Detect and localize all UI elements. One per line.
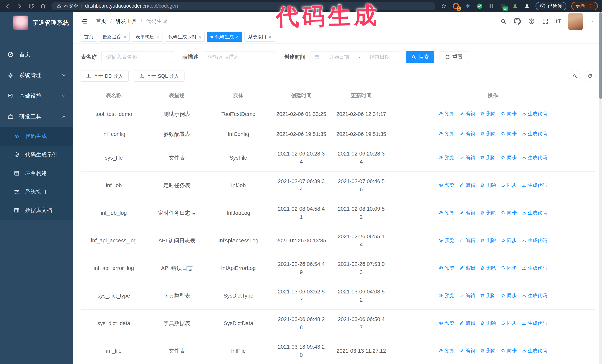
browser-update-chip[interactable]: 更新: [571, 2, 598, 10]
font-size-icon[interactable]: tT: [556, 18, 561, 24]
generate-code-link[interactable]: 生成代码: [521, 236, 547, 244]
close-icon[interactable]: ×: [269, 34, 271, 39]
generate-code-link[interactable]: 生成代码: [521, 291, 547, 300]
delete-link[interactable]: 删除: [480, 154, 496, 162]
sync-link[interactable]: 同步: [501, 319, 516, 327]
close-icon[interactable]: ×: [198, 34, 201, 39]
date-range-picker[interactable]: 开始日期 - 结束日期: [310, 51, 400, 63]
profile-sync-paused-chip[interactable]: 😲 已暂停: [536, 2, 566, 10]
edit-link[interactable]: 编辑: [459, 236, 475, 244]
browser-back-icon[interactable]: [4, 3, 11, 10]
sidebar-item-system-api[interactable]: 系统接口: [0, 183, 73, 201]
extension-check-icon[interactable]: [476, 2, 483, 10]
address-bar[interactable]: 不安全 dashboard.yudao.iocoder.cn/tool/code…: [52, 2, 435, 10]
browser-reload-icon[interactable]: [28, 3, 35, 10]
edit-link[interactable]: 编辑: [459, 291, 475, 300]
security-warning[interactable]: 不安全: [56, 3, 78, 9]
sync-link[interactable]: 同步: [501, 347, 516, 355]
edit-link[interactable]: 编辑: [459, 181, 475, 189]
sidebar-item-codegen[interactable]: 代码生成: [0, 127, 73, 146]
delete-link[interactable]: 删除: [480, 291, 496, 300]
delete-link[interactable]: 删除: [480, 209, 496, 217]
delete-link[interactable]: 删除: [480, 236, 496, 244]
edit-link[interactable]: 编辑: [459, 347, 475, 355]
breadcrumb-devtools[interactable]: 研发工具: [115, 18, 137, 25]
table-name-input[interactable]: [101, 51, 174, 63]
date-end-placeholder[interactable]: 结束日期: [363, 54, 396, 60]
extension-gem-icon[interactable]: [464, 2, 472, 10]
sidebar-logo[interactable]: 芋道管理系统: [0, 12, 73, 33]
generate-code-link[interactable]: 生成代码: [521, 181, 547, 189]
scrollbar-thumb[interactable]: [599, 12, 602, 99]
delete-link[interactable]: 删除: [480, 181, 496, 189]
preview-link[interactable]: 预览: [439, 181, 454, 189]
sync-link[interactable]: 同步: [501, 236, 516, 244]
sidebar-item-db-doc[interactable]: 数据库文档: [0, 201, 73, 219]
browser-home-icon[interactable]: [40, 3, 47, 10]
sync-link[interactable]: 同步: [501, 291, 516, 300]
generate-code-link[interactable]: 生成代码: [521, 347, 547, 355]
help-icon[interactable]: [528, 18, 535, 25]
search-button[interactable]: 搜索: [406, 51, 434, 63]
close-icon[interactable]: ×: [123, 34, 126, 39]
import-sql-button[interactable]: 基于 SQL 导入: [134, 71, 184, 82]
user-avatar[interactable]: [568, 13, 583, 30]
preview-link[interactable]: 预览: [439, 110, 454, 118]
fullscreen-icon[interactable]: [542, 18, 549, 25]
sync-link[interactable]: 同步: [501, 110, 516, 118]
sync-link[interactable]: 同步: [501, 130, 516, 138]
edit-link[interactable]: 编辑: [459, 209, 475, 217]
header-search-icon[interactable]: [500, 18, 507, 25]
delete-link[interactable]: 删除: [480, 264, 496, 272]
delete-link[interactable]: 删除: [480, 110, 496, 118]
extension-android-icon[interactable]: [511, 2, 519, 10]
delete-link[interactable]: 删除: [480, 347, 496, 355]
extension-firefox-icon[interactable]: 1: [452, 2, 460, 10]
generate-code-link[interactable]: 生成代码: [521, 264, 547, 272]
delete-link[interactable]: 删除: [480, 130, 496, 138]
close-icon[interactable]: ×: [236, 34, 239, 39]
generate-code-link[interactable]: 生成代码: [521, 130, 547, 138]
delete-link[interactable]: 删除: [480, 319, 496, 327]
sidebar-item-infra[interactable]: 基础设施: [0, 85, 73, 106]
close-icon[interactable]: ×: [156, 34, 159, 39]
sync-link[interactable]: 同步: [501, 181, 516, 189]
refresh-table-button[interactable]: [585, 71, 595, 82]
generate-code-link[interactable]: 生成代码: [521, 110, 547, 118]
preview-link[interactable]: 预览: [439, 264, 454, 272]
sidebar-collapse-icon[interactable]: [81, 18, 88, 25]
tab-codegen[interactable]: 代码生成×: [207, 32, 242, 42]
reset-button[interactable]: 重置: [440, 51, 468, 63]
sidebar-item-devtools[interactable]: 研发工具: [0, 106, 73, 127]
edit-link[interactable]: 编辑: [459, 130, 475, 138]
tab-form-builder[interactable]: 表单构建×: [132, 32, 162, 42]
tab-system-api[interactable]: 系统接口×: [245, 32, 275, 42]
tab-home[interactable]: 首页: [81, 32, 97, 42]
edit-link[interactable]: 编辑: [459, 154, 475, 162]
kebab-menu-icon[interactable]: [588, 3, 594, 9]
sidebar-item-system[interactable]: 系统管理: [0, 65, 73, 85]
sync-link[interactable]: 同步: [501, 209, 516, 217]
tab-tracing[interactable]: 链路追踪×: [99, 32, 130, 42]
edit-link[interactable]: 编辑: [459, 264, 475, 272]
generate-code-link[interactable]: 生成代码: [521, 319, 547, 327]
preview-link[interactable]: 预览: [439, 236, 454, 244]
sidebar-item-codegen-example[interactable]: 代码生成示例: [0, 146, 73, 164]
edit-link[interactable]: 编辑: [459, 110, 475, 118]
avatar-caret-down-icon[interactable]: [590, 19, 595, 24]
preview-link[interactable]: 预览: [439, 130, 454, 138]
sidebar-item-form-builder[interactable]: 表单构建: [0, 164, 73, 183]
generate-code-link[interactable]: 生成代码: [521, 209, 547, 217]
github-icon[interactable]: [514, 18, 521, 25]
preview-link[interactable]: 预览: [439, 154, 454, 162]
preview-link[interactable]: 预览: [439, 319, 454, 327]
preview-link[interactable]: 预览: [439, 347, 454, 355]
sync-link[interactable]: 同步: [501, 154, 516, 162]
extension-puzzle-icon[interactable]: [523, 2, 531, 10]
bookmark-star-icon[interactable]: [440, 3, 447, 10]
sidebar-item-home[interactable]: 首页: [0, 44, 73, 65]
extension-switch-icon[interactable]: on: [500, 2, 507, 10]
import-db-button[interactable]: 基于 DB 导入: [81, 71, 129, 82]
browser-scrollbar[interactable]: [599, 12, 602, 364]
edit-link[interactable]: 编辑: [459, 319, 475, 327]
